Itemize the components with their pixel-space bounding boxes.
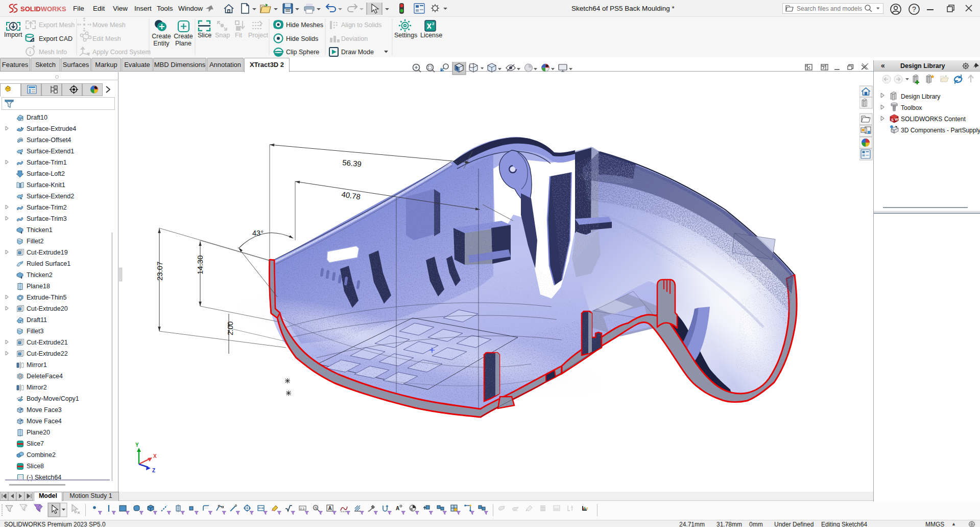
svg-text:Z: Z — [152, 468, 155, 473]
svg-text:23.07: 23.07 — [155, 261, 164, 281]
svg-text:2: 2 — [432, 21, 435, 26]
svg-text:40.78: 40.78 — [341, 190, 362, 201]
svg-text:2.00: 2.00 — [226, 322, 234, 335]
svg-text:56.39: 56.39 — [342, 158, 362, 168]
svg-text:X: X — [153, 453, 157, 459]
svg-text:SOLIDWORKS: SOLIDWORKS — [20, 5, 66, 13]
svg-text:S: S — [891, 118, 894, 122]
svg-text:A: A — [396, 506, 399, 511]
svg-text:N: N — [315, 506, 317, 510]
svg-text:?: ? — [912, 5, 916, 13]
svg-text:14.30: 14.30 — [196, 255, 204, 274]
svg-text:A: A — [328, 506, 332, 511]
svg-text:0.3: 0.3 — [300, 507, 305, 510]
svg-text:W: W — [895, 118, 898, 121]
svg-text:Y: Y — [135, 442, 139, 448]
svg-text:43°: 43° — [252, 229, 264, 237]
